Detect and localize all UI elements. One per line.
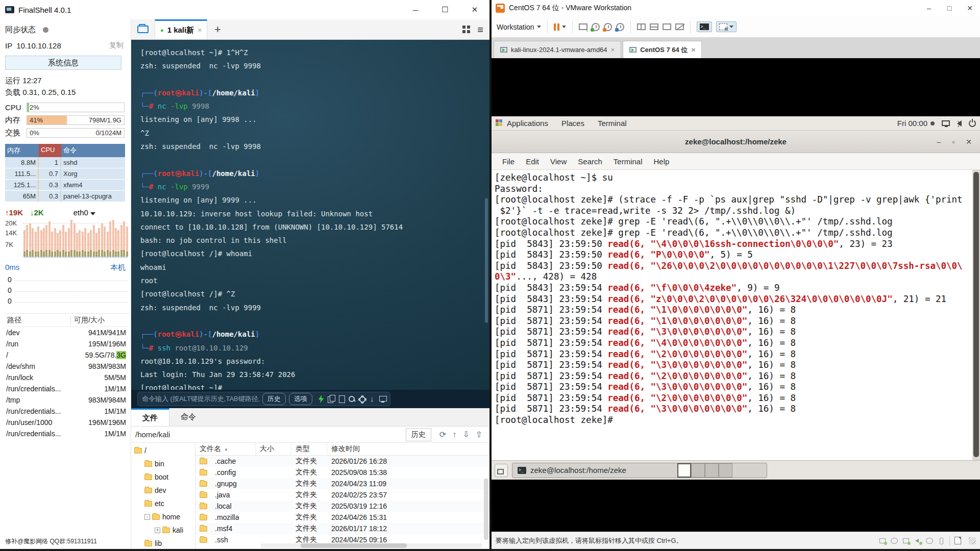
tree-item[interactable]: boot: [131, 470, 195, 484]
vertical-scrollbar[interactable]: [484, 479, 488, 540]
disk-row[interactable]: /run/credentials...1M/1M: [5, 406, 129, 417]
gear-icon[interactable]: [358, 395, 365, 403]
session-tab-kali[interactable]: ● 1 kali新 ×: [155, 19, 207, 39]
process-row[interactable]: 8.8M1sshd: [5, 157, 125, 168]
tree-expander-icon[interactable]: -: [144, 514, 150, 520]
path-input[interactable]: /home/kali: [135, 430, 406, 439]
cd-rom-icon[interactable]: [891, 538, 898, 544]
workstation-menu[interactable]: Workstation: [497, 23, 541, 31]
lightning-icon[interactable]: [318, 395, 324, 403]
minimize-button[interactable]: ‒: [937, 138, 941, 146]
places-menu[interactable]: Places: [561, 119, 584, 128]
process-column-header[interactable]: 命令: [61, 144, 125, 157]
search-icon[interactable]: [348, 395, 355, 403]
disk-row[interactable]: /run195M/196M: [5, 338, 129, 349]
file-row[interactable]: .gnupg文件夹2024/04/23 11:09: [195, 478, 489, 489]
maximize-button[interactable]: ▫: [952, 138, 954, 146]
disk-row[interactable]: /dev/shm983M/983M: [5, 361, 129, 372]
show-desktop-button[interactable]: [495, 464, 508, 477]
process-row[interactable]: 125.1...0.3xfwm4: [5, 180, 125, 191]
close-button[interactable]: ✕: [460, 0, 489, 19]
tree-item[interactable]: +kali: [131, 523, 195, 537]
tree-item[interactable]: dev: [131, 484, 195, 497]
network-icon[interactable]: [942, 120, 950, 126]
path-history-button[interactable]: 历史: [406, 428, 431, 441]
revert-snapshot-icon[interactable]: [604, 23, 612, 31]
download-arrow-icon[interactable]: ↓: [369, 395, 376, 403]
new-tab-button[interactable]: +: [207, 19, 228, 39]
tab-close-icon[interactable]: ×: [691, 46, 695, 54]
connection-manager-button[interactable]: [131, 19, 155, 39]
message-log-icon[interactable]: [954, 537, 961, 544]
unity-mode-icon[interactable]: [675, 23, 684, 30]
free-stretch-button[interactable]: [716, 21, 737, 32]
file-row[interactable]: .cache文件夹2026/01/26 16:28: [195, 456, 489, 467]
file-row[interactable]: .java文件夹2024/02/25 23:57: [195, 489, 489, 500]
disk-row[interactable]: /59.5G/78.3G: [5, 349, 129, 361]
file-row[interactable]: .config文件夹2025/09/08 15:38: [195, 467, 489, 478]
close-button[interactable]: ✕: [966, 138, 972, 146]
file-column-header[interactable]: 文件名▲: [195, 443, 256, 455]
file-panel-tab-files[interactable]: 文件: [131, 408, 169, 426]
pause-vm-button[interactable]: [554, 23, 566, 31]
manage-snapshot-icon[interactable]: [616, 23, 624, 31]
vm-tab-kali[interactable]: kali-linux-2024.1-vmware-amd64×: [494, 41, 621, 58]
disk-row[interactable]: /run/user/1000196M/196M: [5, 417, 129, 428]
file-panel-tab-commands[interactable]: 命令: [169, 408, 207, 426]
horizontal-scrollbar[interactable]: [261, 543, 482, 548]
menu-item-terminal[interactable]: Terminal: [608, 157, 648, 166]
tree-item[interactable]: bin: [131, 457, 195, 470]
command-input-placeholder[interactable]: 命令输入 (按ALT键提示历史,TAB键路径,ESC: [142, 394, 259, 404]
paste-icon[interactable]: [337, 395, 345, 403]
file-column-header[interactable]: 大小: [256, 443, 291, 455]
tree-item[interactable]: etc: [131, 497, 195, 510]
applications-menu[interactable]: Applications: [496, 119, 548, 128]
history-button[interactable]: 历史: [262, 393, 286, 405]
power-icon[interactable]: [969, 120, 976, 127]
tree-item[interactable]: lib: [131, 537, 195, 549]
terminal-scrollbar[interactable]: [972, 170, 980, 460]
tree-expander-icon[interactable]: +: [155, 528, 160, 533]
options-button[interactable]: 选项: [289, 393, 312, 405]
fullscreen-icon[interactable]: [663, 23, 671, 30]
menu-icon[interactable]: ≡: [477, 24, 483, 35]
disk-row[interactable]: /run/credentials...1M/1M: [5, 428, 129, 439]
file-column-header[interactable]: 类型: [291, 443, 327, 455]
console-view-button[interactable]: >_: [697, 21, 712, 32]
menu-item-file[interactable]: File: [497, 157, 520, 166]
monitor-icon[interactable]: [379, 395, 386, 403]
process-row[interactable]: 65M0.3panel-13-cpugra: [5, 191, 125, 202]
interface-selector[interactable]: eth0: [74, 208, 95, 217]
file-row[interactable]: .msf4文件夹2026/01/17 18:12: [195, 523, 489, 534]
file-column-header[interactable]: 修改时间: [327, 443, 489, 455]
resize-grip[interactable]: [969, 537, 976, 544]
download-icon[interactable]: ⇩: [462, 430, 469, 439]
file-row[interactable]: .mozilla文件夹2024/04/26 15:31: [195, 512, 489, 523]
usb-device-icon[interactable]: [926, 538, 933, 544]
workspace-cell[interactable]: [719, 463, 732, 478]
menu-item-view[interactable]: View: [545, 157, 572, 166]
ssh-terminal[interactable]: [root@localhost ~]# 1^H^Zzsh: suspended …: [131, 40, 489, 390]
gnome-terminal-body[interactable]: [zeke@localhost ~]$ suPassword:[root@loc…: [492, 170, 980, 460]
hard-disk-icon[interactable]: [879, 538, 886, 544]
tab-close-icon[interactable]: ×: [198, 26, 202, 34]
menu-item-help[interactable]: Help: [648, 157, 675, 166]
system-info-button[interactable]: 系统信息: [5, 56, 121, 70]
copy-ip-button[interactable]: 复制: [109, 41, 124, 50]
tree-item[interactable]: /: [131, 444, 195, 457]
tab-close-icon[interactable]: ×: [611, 46, 615, 54]
clock[interactable]: Fri 00:00: [897, 119, 935, 128]
show-library-icon[interactable]: [637, 23, 646, 30]
sound-icon[interactable]: [914, 538, 921, 544]
up-directory-icon[interactable]: ↑: [452, 430, 456, 439]
disk-row[interactable]: /tmp983M/984M: [5, 394, 129, 406]
network-adapter-icon[interactable]: [902, 538, 910, 544]
disk-row[interactable]: /run/lock5M/5M: [5, 372, 129, 383]
process-column-header[interactable]: CPU: [39, 144, 61, 157]
copy-icon[interactable]: [327, 395, 334, 403]
disk-row[interactable]: /run/credentials...1M/1M: [5, 383, 129, 394]
process-column-header[interactable]: 内存: [5, 144, 39, 157]
menu-item-edit[interactable]: Edit: [520, 157, 545, 166]
layout-grid-icon[interactable]: [462, 26, 470, 33]
process-row[interactable]: 111.5...0.7Xorg: [5, 168, 125, 180]
